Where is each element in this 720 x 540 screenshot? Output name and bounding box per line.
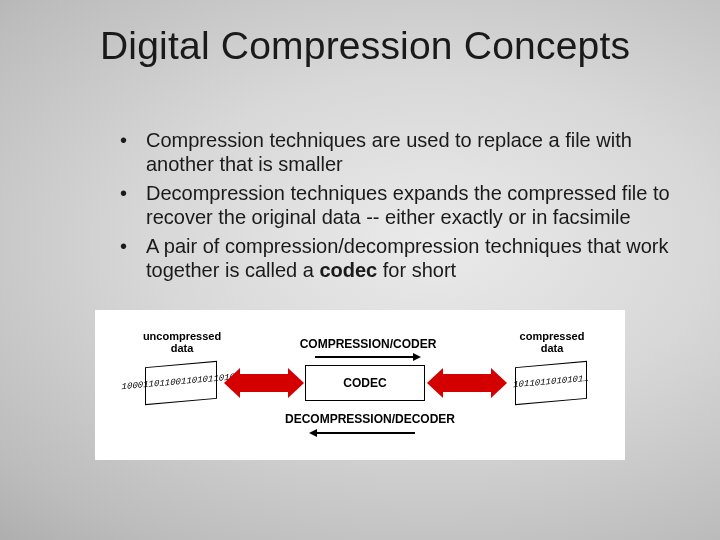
codec-diagram: uncompressed data compressed data COMPRE… (95, 310, 625, 460)
codec-box: CODEC (305, 365, 425, 401)
list-item: A pair of compression/decompression tech… (120, 234, 680, 283)
list-item: Compression techniques are used to repla… (120, 128, 680, 177)
decompression-decoder-label: DECOMPRESSION/DECODER (270, 413, 470, 426)
codec-bold: codec (319, 259, 377, 281)
compressed-data-box: 1011011010101… (515, 361, 587, 405)
uncompressed-data-box: 100011011001101011010… (145, 361, 217, 405)
slide: Digital Compression Concepts Compression… (0, 0, 720, 540)
double-arrow-icon (240, 374, 288, 392)
arrow-left-icon (315, 432, 415, 434)
list-item-tail: for short (377, 259, 456, 281)
double-arrow-icon (443, 374, 491, 392)
page-title: Digital Compression Concepts (100, 24, 680, 68)
uncompressed-data-label: uncompressed data (137, 330, 227, 354)
list-item: Decompression techniques expands the com… (120, 181, 680, 230)
compression-coder-label: COMPRESSION/CODER (283, 338, 453, 351)
arrow-right-icon (315, 356, 415, 358)
bullet-list: Compression techniques are used to repla… (120, 128, 680, 282)
compressed-data-label: compressed data (507, 330, 597, 354)
